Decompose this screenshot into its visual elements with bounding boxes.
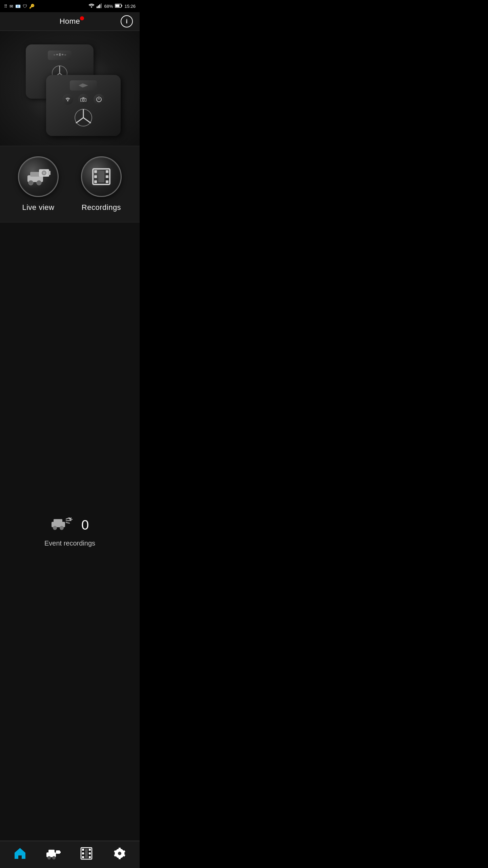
bottom-nav <box>0 841 140 868</box>
recordings-nav-icon <box>80 847 93 863</box>
svg-rect-8 <box>56 54 58 55</box>
live-view-icon <box>25 166 52 188</box>
svg-point-25 <box>28 180 33 185</box>
time-display: 15:26 <box>124 4 136 9</box>
live-view-circle <box>18 156 59 197</box>
info-button[interactable]: i <box>121 15 133 27</box>
svg-rect-44 <box>48 850 55 853</box>
svg-rect-33 <box>94 175 97 178</box>
svg-rect-51 <box>82 852 84 854</box>
svg-rect-30 <box>48 171 50 175</box>
svg-rect-0 <box>97 6 98 8</box>
mail-icon: ✉ <box>9 4 13 9</box>
svg-point-16 <box>67 100 68 101</box>
svg-rect-5 <box>116 4 120 7</box>
power-button <box>94 94 104 105</box>
svg-rect-7 <box>54 55 55 55</box>
live-view-label: Live view <box>22 203 55 212</box>
recordings-button[interactable]: Recordings <box>73 156 129 212</box>
svg-point-18 <box>82 99 84 101</box>
svg-rect-54 <box>89 852 91 854</box>
device-back-button <box>48 51 72 60</box>
svg-rect-35 <box>106 170 108 173</box>
recordings-label: Recordings <box>82 203 121 212</box>
recordings-circle <box>81 156 122 197</box>
header: Home i <box>0 12 140 31</box>
signal-icon <box>97 3 102 9</box>
nav-home[interactable] <box>3 847 37 862</box>
email-forward-icon: 📧 <box>15 4 21 9</box>
shield-icon: 🛡 <box>23 4 27 9</box>
svg-rect-36 <box>106 175 108 178</box>
svg-rect-40 <box>54 519 62 523</box>
nav-recordings[interactable] <box>70 847 103 863</box>
nav-liveview[interactable] <box>37 847 70 863</box>
svg-rect-3 <box>101 3 102 8</box>
svg-rect-38 <box>98 171 104 182</box>
status-bar: ⠿ ✉ 📧 🛡 🔑 68% <box>0 0 140 12</box>
svg-rect-56 <box>85 849 88 858</box>
liveview-nav-icon <box>46 847 61 863</box>
svg-rect-50 <box>82 849 84 851</box>
device-buttons-row <box>62 94 104 105</box>
svg-point-45 <box>47 856 51 860</box>
event-label: Event recordings <box>44 539 95 547</box>
svg-line-21 <box>83 118 91 123</box>
event-row: 0 <box>51 516 89 534</box>
svg-rect-34 <box>94 180 97 183</box>
svg-rect-9 <box>59 53 61 56</box>
svg-rect-37 <box>106 180 108 183</box>
svg-rect-52 <box>82 856 84 858</box>
svg-rect-2 <box>99 4 100 8</box>
svg-rect-48 <box>59 851 61 853</box>
recording-dot <box>80 16 84 20</box>
svg-point-26 <box>37 180 41 185</box>
wifi-button <box>62 94 73 105</box>
svg-point-29 <box>43 172 45 174</box>
event-section[interactable]: 0 Event recordings <box>0 222 140 841</box>
svg-point-46 <box>52 856 56 860</box>
camera-button <box>78 94 89 105</box>
svg-point-41 <box>53 526 57 530</box>
svg-rect-10 <box>62 54 63 55</box>
status-left: ⠿ ✉ 📧 🛡 🔑 <box>4 4 35 9</box>
device-container <box>19 41 121 136</box>
svg-rect-24 <box>30 172 40 177</box>
event-count: 0 <box>81 517 89 533</box>
settings-nav-icon <box>113 847 126 863</box>
svg-rect-1 <box>98 5 99 8</box>
svg-rect-6 <box>121 5 122 6</box>
svg-line-22 <box>76 118 83 123</box>
nav-settings[interactable] <box>103 847 136 863</box>
svg-rect-32 <box>94 170 97 173</box>
svg-point-42 <box>60 526 64 530</box>
device-front-top-button <box>70 80 97 91</box>
live-view-button[interactable]: Live view <box>10 156 66 212</box>
hero-section <box>0 31 140 146</box>
page-title: Home <box>60 17 80 26</box>
battery-percentage: 68% <box>104 4 113 9</box>
svg-rect-53 <box>89 849 91 851</box>
lock-icon: 🔑 <box>29 4 35 9</box>
svg-rect-55 <box>89 856 91 858</box>
action-section: Live view Recordings <box>0 146 140 222</box>
device-front <box>46 75 121 136</box>
wifi-icon <box>88 3 95 9</box>
recordings-icon <box>89 165 113 189</box>
svg-rect-11 <box>64 55 66 55</box>
status-right: 68% 15:26 <box>88 3 136 9</box>
dots-icon: ⠿ <box>4 4 7 9</box>
battery-icon <box>115 4 122 9</box>
home-icon <box>13 847 27 862</box>
mercedes-star-front <box>74 108 93 127</box>
car-collision-icon <box>51 516 75 534</box>
